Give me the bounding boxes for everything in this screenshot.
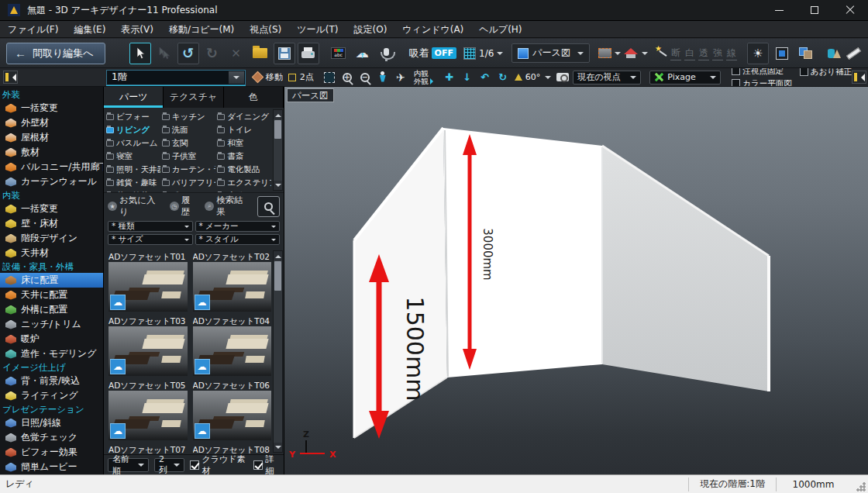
open-file-button[interactable] bbox=[250, 43, 271, 64]
collapse-left-panel-button[interactable] bbox=[3, 71, 18, 84]
menu-file[interactable]: ファイル(F) bbox=[0, 22, 66, 38]
3d-scene[interactable]: 1500mm 3000mm Z X Y bbox=[284, 87, 868, 474]
category-living[interactable]: リビング bbox=[106, 123, 160, 136]
product-card[interactable]: ADソファセットT08 bbox=[193, 445, 272, 454]
redo-button[interactable]: ↻ bbox=[202, 43, 223, 64]
minimize-button[interactable] bbox=[761, 0, 797, 21]
category-barrier-free[interactable]: バリアフリー bbox=[162, 176, 216, 189]
line-toggle-cut[interactable]: 断 bbox=[670, 47, 681, 60]
line-toggle-outline[interactable]: 線 bbox=[726, 47, 737, 60]
product-card[interactable]: ADソファセットT02 bbox=[193, 252, 272, 316]
category-lighting[interactable]: 照明・天井器具 bbox=[106, 163, 160, 176]
solid-model-button[interactable] bbox=[819, 43, 841, 64]
line-style-toggles[interactable]: 断 白 透 強 線 bbox=[670, 47, 737, 60]
fit-view-button[interactable] bbox=[322, 70, 337, 85]
grid-scale-dropdown[interactable]: 1/6 bbox=[463, 43, 503, 64]
sidebar-item-roof-material[interactable]: 屋根材 bbox=[0, 130, 103, 145]
category-scrollbar[interactable] bbox=[273, 109, 283, 191]
cloud-upload-button[interactable]: ☁ bbox=[352, 43, 374, 64]
view-preset-dropdown[interactable]: 現在の視点 bbox=[573, 71, 641, 84]
rotate-view-button[interactable]: ↶ bbox=[477, 70, 493, 85]
zoom-in-button[interactable]: + bbox=[339, 70, 355, 85]
scroll-up-button[interactable] bbox=[274, 251, 282, 260]
filter-maker-dropdown[interactable]: * メーカー bbox=[195, 221, 281, 232]
product-thumbnail[interactable] bbox=[193, 391, 272, 440]
sidebar-item-curtain-wall[interactable]: カーテンウォール bbox=[0, 174, 103, 189]
status-scale[interactable]: 1000mm bbox=[776, 477, 850, 491]
scrollbar-thumb[interactable] bbox=[274, 120, 281, 139]
category-toilet[interactable]: トイレ bbox=[217, 123, 271, 136]
sidebar-item-place-on-floor[interactable]: 床に配置 bbox=[0, 273, 103, 288]
sidebar-item-before-effect[interactable]: ビフォー効果 bbox=[0, 445, 103, 460]
menu-view[interactable]: 表示(V) bbox=[113, 22, 161, 38]
pan-view-button[interactable]: ✚ bbox=[442, 70, 457, 85]
sidebar-item-bulk-change-exterior[interactable]: 一括変更 bbox=[0, 101, 103, 115]
product-thumbnail[interactable] bbox=[193, 326, 272, 376]
category-small-animals[interactable]: 小動物 bbox=[217, 189, 271, 193]
columns-dropdown[interactable]: 2列 bbox=[154, 458, 184, 472]
filter-size-dropdown[interactable]: * サイズ bbox=[108, 234, 193, 245]
multi-select-tool-button[interactable] bbox=[153, 43, 175, 64]
category-washroom[interactable]: 洗面 bbox=[162, 123, 216, 136]
undo-button[interactable]: ↺ bbox=[177, 43, 199, 64]
move-camera-button[interactable]: 移動 bbox=[252, 70, 284, 85]
category-bathroom[interactable]: バスルーム bbox=[106, 136, 160, 150]
auto-adjust-button[interactable] bbox=[655, 43, 668, 64]
sidebar-item-place-exterior[interactable]: 外構に配置 bbox=[0, 302, 103, 317]
filter-type-dropdown[interactable]: * 種類 bbox=[108, 221, 193, 232]
product-card[interactable]: ADソファセットT01 bbox=[108, 252, 188, 316]
toggle-tilt-correction[interactable]: あおり補正 bbox=[800, 68, 852, 78]
product-scrollbar[interactable] bbox=[273, 250, 283, 453]
sidebar-item-balcony[interactable]: バルコニー/共用廊下 bbox=[0, 160, 103, 174]
sidebar-item-paving-material[interactable]: 敷材 bbox=[0, 145, 103, 160]
sidebar-item-lighting[interactable]: ライティング bbox=[0, 388, 103, 403]
tab-color[interactable]: 色 bbox=[224, 87, 284, 108]
category-appliances[interactable]: 電化製品 bbox=[217, 163, 271, 176]
search-button[interactable] bbox=[257, 196, 280, 217]
floor-dropdown-button[interactable] bbox=[229, 71, 244, 84]
category-exterior-goods[interactable]: エクステリア bbox=[217, 176, 271, 189]
line-toggle-transparent[interactable]: 透 bbox=[698, 47, 709, 60]
sidebar-item-wall-floor-material[interactable]: 壁・床材 bbox=[0, 216, 103, 231]
voice-input-button[interactable] bbox=[376, 43, 398, 64]
sidebar-item-sunlight[interactable]: 日照/斜線 bbox=[0, 415, 103, 430]
floor-select-dropdown[interactable]: 1階 bbox=[106, 70, 246, 85]
sort-dropdown[interactable]: 名前順 bbox=[108, 458, 149, 472]
product-card[interactable]: ADソファセットT03 bbox=[108, 316, 188, 381]
zoom-out-button[interactable]: − bbox=[357, 70, 373, 85]
view-angle-dropdown[interactable]: 60° bbox=[513, 70, 553, 85]
scrollbar-thumb[interactable] bbox=[274, 261, 281, 291]
toggle-details[interactable]: 詳細 bbox=[253, 453, 280, 475]
category-goods-hobby[interactable]: 雑貨・趣味 bbox=[106, 176, 160, 189]
filter-style-dropdown[interactable]: * スタイル bbox=[195, 234, 281, 245]
category-plants[interactable]: 花・植栽 bbox=[106, 189, 160, 193]
menu-tools[interactable]: ツール(T) bbox=[289, 22, 346, 38]
brightness-button[interactable]: ☀ bbox=[747, 43, 769, 64]
snap-toggle[interactable]: 吸着 OFF bbox=[409, 47, 456, 60]
move-down-button[interactable]: ↓ bbox=[460, 70, 475, 85]
toggle-cloud-materials[interactable]: クラウド素材 bbox=[190, 453, 248, 475]
menu-move-copy[interactable]: 移動/コピー(M) bbox=[161, 22, 242, 38]
category-study[interactable]: 書斎 bbox=[217, 150, 271, 163]
product-thumbnail[interactable] bbox=[108, 391, 188, 440]
product-card[interactable]: ADソファセットT06 bbox=[193, 381, 272, 445]
sidebar-item-modeling[interactable]: 造作・モデリング bbox=[0, 346, 103, 361]
category-kitchen[interactable]: キッチン bbox=[162, 110, 216, 123]
product-card[interactable]: ADソファセットT05 bbox=[108, 381, 188, 445]
snapshot-button[interactable] bbox=[555, 70, 570, 85]
search-results-link[interactable]: ⌕検索結果 bbox=[205, 195, 250, 218]
back-to-floorplan-button[interactable]: ← 間取り編集へ bbox=[6, 43, 105, 64]
product-card[interactable]: ADソファセットT04 bbox=[193, 316, 272, 381]
toggle-color-floorplan[interactable]: カラー平面図 bbox=[732, 78, 792, 88]
sidebar-item-wall-material[interactable]: 外壁材 bbox=[0, 115, 103, 130]
3d-viewport[interactable]: パース図 1500mm bbox=[284, 87, 868, 474]
category-before[interactable]: ビフォー bbox=[106, 110, 160, 123]
sidebar-item-background-foreground[interactable]: 背・前景/映込 bbox=[0, 374, 103, 388]
sidebar-item-color-vision-check[interactable]: 色覚チェック bbox=[0, 430, 103, 445]
category-kids-room[interactable]: 子供室 bbox=[162, 150, 216, 163]
scroll-down-button[interactable] bbox=[274, 181, 282, 190]
roof-display-dropdown[interactable] bbox=[623, 43, 648, 64]
category-curtain-rug[interactable]: カーテン・ラグ bbox=[162, 163, 216, 176]
menu-settings[interactable]: 設定(O) bbox=[346, 22, 395, 38]
scroll-up-button[interactable] bbox=[274, 110, 282, 119]
